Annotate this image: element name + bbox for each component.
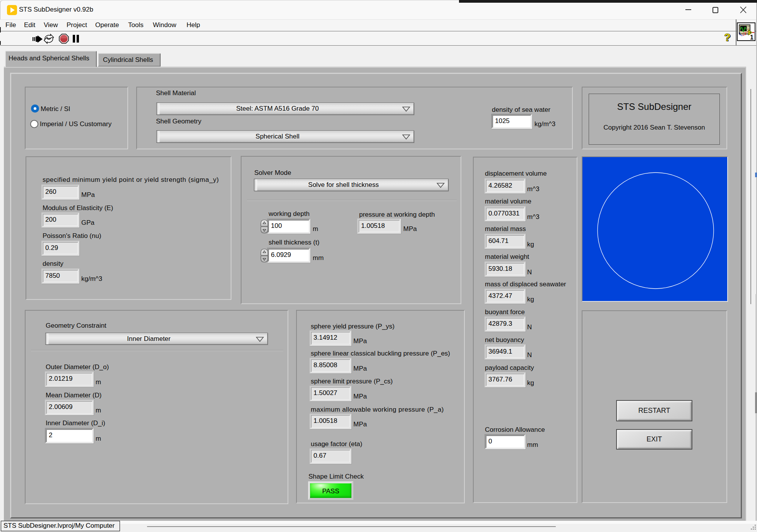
svg-text:1: 1 (750, 34, 754, 40)
